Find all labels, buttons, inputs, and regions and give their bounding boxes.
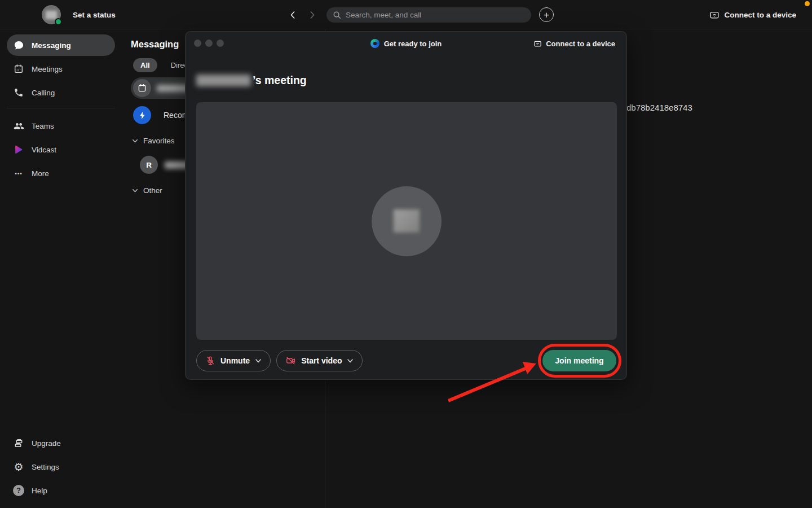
section-label: Other: [143, 186, 162, 195]
sidebar-item-messaging[interactable]: Messaging: [7, 34, 115, 56]
help-icon: ?: [13, 485, 24, 496]
phone-icon: [13, 87, 24, 98]
sidebar-item-label: Meetings: [32, 65, 63, 73]
connect-to-device-label: Connect to a device: [724, 11, 796, 19]
sidebar-item-label: Help: [32, 487, 47, 495]
lightning-bolt-icon: [133, 106, 151, 124]
chevron-down-icon: [132, 138, 138, 144]
sidebar-item-teams[interactable]: Teams: [7, 115, 115, 137]
search-icon: [333, 11, 341, 19]
unmute-button[interactable]: Unmute: [196, 350, 271, 371]
sidebar-item-label: Calling: [32, 89, 55, 97]
message-filter-tabs: All Direct: [133, 58, 190, 72]
nav-forward-button[interactable]: [304, 7, 320, 23]
blurred-host-name: [196, 75, 251, 86]
search-placeholder: Search, meet, and call: [346, 11, 421, 19]
sidebar-item-upgrade[interactable]: Upgrade: [7, 432, 115, 454]
chevron-down-icon: [132, 187, 138, 194]
sidebar-item-label: Messaging: [32, 41, 71, 50]
section-favorites[interactable]: Favorites: [132, 134, 175, 147]
sidebar-item-settings[interactable]: ⚙ Settings: [7, 456, 115, 478]
chevron-down-icon: [255, 357, 262, 364]
sidebar-footer: Upgrade ⚙ Settings ? Help: [0, 432, 122, 503]
ellipsis-icon: •••: [13, 170, 24, 177]
chat-bubble-icon: [13, 40, 24, 51]
sidebar-divider: [7, 108, 115, 108]
sidebar-item-label: More: [32, 169, 49, 178]
tab-all[interactable]: All: [133, 58, 157, 72]
dialog-title: Get ready to join: [384, 40, 442, 48]
gear-icon: ⚙: [13, 462, 24, 472]
contact-initial-avatar: R: [140, 156, 158, 174]
start-video-button[interactable]: Start video: [276, 350, 363, 371]
chevron-right-icon: [307, 10, 317, 20]
topbar-left: Set a status: [42, 0, 116, 29]
connect-to-device-label: Connect to a device: [546, 40, 615, 48]
join-meeting-button[interactable]: Join meeting: [542, 350, 616, 371]
sidebar-item-label: Teams: [32, 122, 54, 130]
sidebar-item-help[interactable]: ? Help: [7, 480, 115, 501]
top-bar: Set a status Search, meet, and call + Co…: [0, 0, 812, 29]
calendar-icon: [13, 64, 24, 74]
sidebar-item-meetings[interactable]: Meetings: [7, 58, 115, 80]
webex-logo-icon: [370, 39, 379, 48]
topbar-center: Search, meet, and call +: [285, 0, 554, 29]
meeting-calendar-icon: [133, 79, 151, 97]
sidebar-nav: Messaging Meetings Calling Teams Vidcast…: [0, 29, 122, 508]
section-label: Favorites: [143, 137, 175, 145]
upgrade-blocks-icon: [13, 438, 24, 449]
dialog-connect-to-device-button[interactable]: Connect to a device: [533, 32, 615, 55]
vidcast-play-icon: [13, 144, 24, 155]
sidebar-item-label: Upgrade: [32, 439, 61, 448]
video-preview: [196, 102, 617, 340]
chevron-down-icon: [347, 357, 354, 364]
sidebar-item-calling[interactable]: Calling: [7, 82, 115, 103]
meeting-title: ’s meeting: [196, 72, 307, 89]
device-icon: [533, 40, 542, 48]
camera-off-icon: [285, 356, 296, 366]
unmute-label: Unmute: [220, 356, 250, 365]
connect-to-device-button[interactable]: Connect to a device: [709, 0, 796, 29]
add-button[interactable]: +: [539, 7, 554, 22]
prejoin-controls: Unmute Start video: [196, 350, 363, 371]
user-avatar[interactable]: [42, 5, 61, 24]
nav-back-button[interactable]: [285, 7, 301, 23]
preview-avatar: [372, 186, 442, 256]
start-video-label: Start video: [301, 356, 342, 365]
sidebar-item-label: Settings: [32, 463, 59, 471]
set-status-button[interactable]: Set a status: [73, 11, 116, 19]
sidebar-item-more[interactable]: ••• More: [7, 163, 115, 184]
blurred-initials: [394, 209, 420, 233]
search-input[interactable]: Search, meet, and call: [326, 7, 531, 23]
meeting-id-text: db78b2418e8743: [626, 103, 692, 112]
notification-dot: [805, 1, 810, 6]
chevron-left-icon: [288, 10, 298, 20]
device-icon: [709, 10, 720, 20]
sidebar-item-label: Vidcast: [32, 146, 56, 154]
people-icon: [13, 121, 24, 132]
sidebar-item-vidcast[interactable]: Vidcast: [7, 139, 115, 160]
presence-indicator: [55, 18, 62, 25]
join-meeting-dialog: Get ready to join Connect to a device ’s…: [185, 31, 627, 380]
panel-title: Messaging: [131, 39, 179, 50]
section-other[interactable]: Other: [132, 184, 162, 196]
avatar-blurred-photo: [46, 11, 57, 19]
meeting-title-suffix: ’s meeting: [253, 74, 307, 87]
mic-muted-icon: [205, 356, 215, 366]
